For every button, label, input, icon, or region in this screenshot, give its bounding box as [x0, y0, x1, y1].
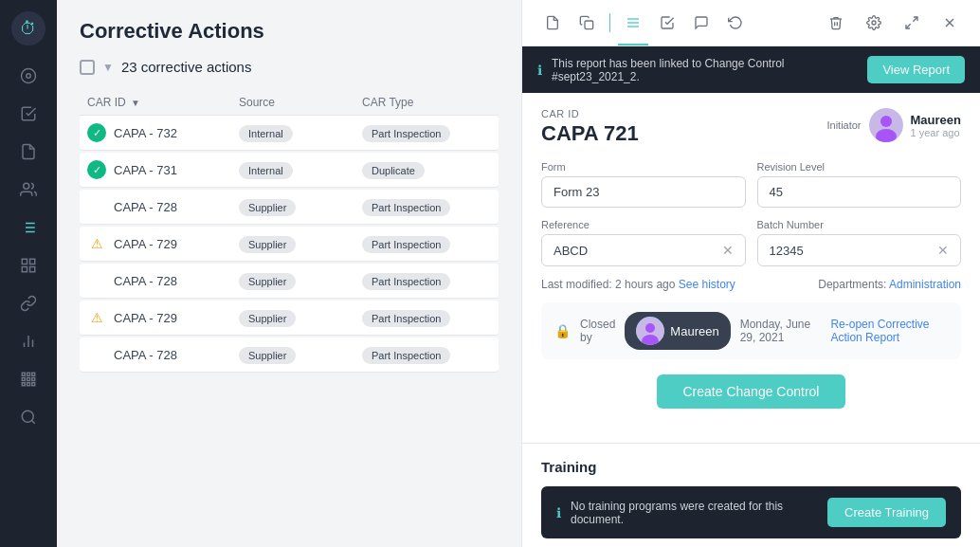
- source-cell: Supplier: [239, 309, 362, 327]
- svg-point-0: [22, 69, 36, 83]
- sidebar-item-links[interactable]: [13, 288, 44, 319]
- expand-icon-btn[interactable]: [897, 8, 927, 38]
- source-badge: Supplier: [239, 273, 296, 290]
- list-icon-btn[interactable]: [618, 8, 648, 38]
- batch-clear-icon[interactable]: ✕: [937, 243, 949, 258]
- sort-icon: ▼: [131, 98, 140, 108]
- car-id-text: CAPA - 731: [114, 163, 177, 177]
- logo-icon: ⏱: [20, 19, 37, 39]
- car-id-cell: CAPA - 728: [87, 197, 239, 216]
- car-id-cell: CAPA - 728: [87, 271, 239, 290]
- svg-point-40: [645, 323, 655, 333]
- table-row[interactable]: CAPA - 728 Supplier Part Inspection: [80, 190, 499, 225]
- see-history-link[interactable]: See history: [679, 278, 735, 291]
- form-input-batch[interactable]: 12345 ✕: [757, 234, 962, 266]
- table-row[interactable]: CAPA - 728 Supplier Part Inspection: [80, 264, 499, 299]
- svg-rect-12: [22, 267, 27, 272]
- form-group-reference: Reference ABCD ✕: [541, 219, 746, 266]
- car-id-cell: ⚠ CAPA - 729: [87, 234, 239, 253]
- svg-point-37: [880, 116, 892, 127]
- departments-text: Departments: Administration: [818, 278, 961, 291]
- toolbar-left: [537, 8, 751, 38]
- sidebar-item-tasks[interactable]: [13, 99, 44, 129]
- copy-icon-btn[interactable]: [572, 8, 602, 38]
- initiator-time: 1 year ago: [911, 127, 961, 138]
- sidebar-item-analytics[interactable]: [13, 250, 44, 281]
- source-cell: Internal: [239, 124, 362, 142]
- batch-label: Batch Number: [757, 219, 962, 230]
- status-icon-empty: [87, 197, 106, 216]
- table-header: CAR ID ▼ Source CAR Type: [80, 90, 499, 116]
- source-cell: Supplier: [239, 272, 362, 290]
- sidebar-item-corrective-actions[interactable]: [13, 212, 44, 243]
- history-icon-btn[interactable]: [720, 8, 751, 38]
- svg-rect-22: [22, 383, 25, 386]
- col-car-type[interactable]: CAR Type: [362, 96, 514, 109]
- gear-icon-btn[interactable]: [859, 8, 889, 38]
- initiator-label: Initiator: [826, 119, 861, 131]
- source-cell: Supplier: [239, 198, 362, 216]
- create-change-control-button[interactable]: Create Change Control: [657, 374, 846, 409]
- form-input-form[interactable]: Form 23: [541, 176, 746, 208]
- col-source[interactable]: Source: [239, 96, 362, 109]
- modal-toolbar: [522, 0, 980, 46]
- trash-icon-btn[interactable]: [821, 8, 851, 38]
- page-title: Corrective Actions: [80, 19, 499, 44]
- sidebar-item-documents[interactable]: [13, 137, 44, 167]
- info-banner: ℹ This report has been linked to Change …: [522, 46, 980, 93]
- form-input-revision[interactable]: 45: [757, 176, 962, 208]
- pdf-icon-btn[interactable]: [537, 8, 568, 38]
- source-badge: Supplier: [239, 236, 296, 253]
- table-row[interactable]: ✓ CAPA - 731 Internal Duplicate: [80, 153, 499, 188]
- svg-rect-19: [22, 378, 25, 381]
- create-training-button[interactable]: Create Training: [827, 498, 946, 527]
- status-icon-warn: ⚠: [87, 234, 106, 253]
- source-badge: Supplier: [239, 199, 296, 216]
- closed-date: Monday, June 29, 2021: [740, 318, 822, 344]
- status-icon-empty: [87, 271, 106, 290]
- car-id-cell: CAPA - 728: [87, 345, 239, 364]
- training-banner: ℹ No training programs were created for …: [541, 486, 961, 538]
- source-badge: Internal: [239, 162, 293, 179]
- car-id-text: CAPA - 728: [114, 200, 177, 214]
- view-report-button[interactable]: View Report: [867, 56, 965, 83]
- close-icon-btn[interactable]: [935, 8, 965, 38]
- chat-icon-btn[interactable]: [686, 8, 717, 38]
- sidebar-item-home[interactable]: [13, 61, 44, 91]
- select-all-checkbox[interactable]: [80, 60, 95, 75]
- svg-rect-16: [22, 373, 25, 375]
- col-car-id[interactable]: CAR ID ▼: [87, 96, 239, 109]
- toolbar-separator: [609, 13, 610, 32]
- closed-label: Closed by: [580, 318, 615, 344]
- form-group-form: Form Form 23: [541, 161, 746, 208]
- table-row[interactable]: ⚠ CAPA - 729 Supplier Part Inspection: [80, 301, 499, 336]
- car-id-label: CAR ID: [541, 108, 639, 119]
- car-id-text: CAPA - 729: [114, 237, 177, 251]
- left-panel: Corrective Actions ▼ 23 corrective actio…: [57, 0, 521, 547]
- meta-row: Last modified: 2 hours ago See history D…: [541, 278, 961, 291]
- car-type-badge: Part Inspection: [362, 347, 450, 364]
- svg-line-33: [906, 24, 911, 28]
- table-row[interactable]: CAPA - 728 Supplier Part Inspection: [80, 337, 499, 373]
- sidebar-logo[interactable]: ⏱: [11, 11, 45, 46]
- check-icon-btn[interactable]: [652, 8, 682, 38]
- reopen-link[interactable]: Re-open Corrective Action Report: [830, 318, 948, 344]
- table-row[interactable]: ✓ CAPA - 732 Internal Part Inspection: [80, 116, 499, 151]
- car-details: CAR ID CAPA 721 Initiator Maureen: [522, 93, 980, 443]
- reference-clear-icon[interactable]: ✕: [722, 243, 734, 258]
- form-input-reference[interactable]: ABCD ✕: [541, 234, 746, 266]
- sidebar-item-reports[interactable]: [13, 326, 44, 356]
- status-icon-green: ✓: [87, 160, 106, 179]
- sidebar-item-settings[interactable]: [13, 364, 44, 394]
- table-row[interactable]: ⚠ CAPA - 729 Supplier Part Inspection: [80, 227, 499, 262]
- svg-line-26: [31, 420, 34, 423]
- dropdown-chevron-icon[interactable]: ▼: [102, 61, 114, 74]
- department-link[interactable]: Administration: [889, 278, 961, 291]
- car-id-text: CAPA - 728: [114, 348, 177, 362]
- sidebar-item-users[interactable]: [13, 174, 44, 205]
- form-group-revision: Revision Level 45: [757, 161, 962, 208]
- sidebar-item-search[interactable]: [13, 402, 44, 432]
- source-badge: Supplier: [239, 310, 296, 327]
- car-type-cell: Part Inspection: [362, 198, 514, 216]
- svg-rect-27: [585, 21, 593, 29]
